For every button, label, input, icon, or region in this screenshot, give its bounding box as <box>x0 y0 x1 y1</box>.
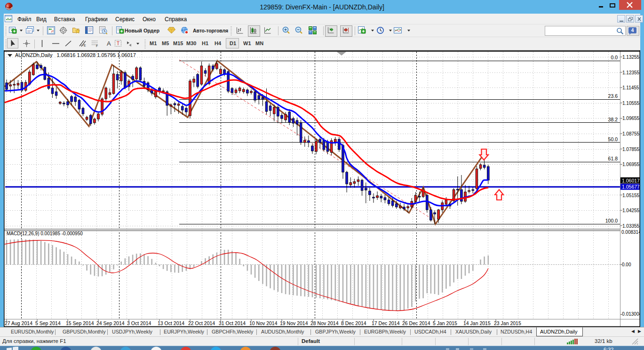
svg-text:-0.013004: -0.013004 <box>620 311 642 317</box>
svg-text:0.00: 0.00 <box>622 262 631 267</box>
svg-text:1.10555: 1.10555 <box>622 101 640 106</box>
svg-text:1.13255: 1.13255 <box>622 55 640 60</box>
svg-text:F: F <box>96 44 98 48</box>
svg-text:1.03355: 1.03355 <box>622 223 640 229</box>
svg-text:0.008314: 0.008314 <box>621 230 641 235</box>
svg-text:5 Sep 2014: 5 Sep 2014 <box>35 320 61 326</box>
svg-text:17 Dec 2014: 17 Dec 2014 <box>372 320 400 326</box>
svg-text:27 Aug 2014: 27 Aug 2014 <box>5 320 32 326</box>
svg-text:28 Nov 2014: 28 Nov 2014 <box>310 320 339 326</box>
svg-text:5 Jan 2015: 5 Jan 2015 <box>433 320 457 326</box>
svg-text:24 Sep 2014: 24 Sep 2014 <box>96 320 125 326</box>
svg-text:31 Oct 2014: 31 Oct 2014 <box>219 320 246 326</box>
svg-text:22 Oct 2014: 22 Oct 2014 <box>188 320 215 326</box>
svg-text:0.0: 0.0 <box>611 55 618 60</box>
svg-text:50.0: 50.0 <box>608 136 618 142</box>
svg-text:1.12355: 1.12355 <box>622 70 640 75</box>
svg-text:1.09655: 1.09655 <box>622 116 640 121</box>
svg-text:1.05155: 1.05155 <box>622 193 640 198</box>
svg-text:1.06955: 1.06955 <box>622 162 640 167</box>
svg-text:T: T <box>117 41 119 46</box>
svg-text:100.0: 100.0 <box>605 218 618 223</box>
svg-text:8 Dec 2014: 8 Dec 2014 <box>341 320 366 326</box>
svg-text:15 Sep 2014: 15 Sep 2014 <box>66 320 94 326</box>
svg-text:AUDNZDh,Daily 1.06816 1.0692: AUDNZDh,Daily 1.06816 1.06928 1.05795 1.… <box>15 52 136 58</box>
svg-text:61.8: 61.8 <box>608 156 618 161</box>
svg-text:23.6: 23.6 <box>608 93 618 99</box>
svg-text:26 Dec 2014: 26 Dec 2014 <box>402 320 430 326</box>
svg-text:1.04255: 1.04255 <box>622 208 640 213</box>
svg-text:23 Jan 2015: 23 Jan 2015 <box>494 320 521 326</box>
svg-text:10 Nov 2014: 10 Nov 2014 <box>249 320 278 326</box>
svg-text:1.11455: 1.11455 <box>622 85 639 90</box>
svg-text:1.07855: 1.07855 <box>622 147 640 152</box>
svg-text:1.05677: 1.05677 <box>622 184 640 190</box>
svg-text:3 Oct 2014: 3 Oct 2014 <box>127 320 151 326</box>
svg-text:14 Jan 2015: 14 Jan 2015 <box>463 320 491 326</box>
svg-text:19 Nov 2014: 19 Nov 2014 <box>280 320 308 326</box>
svg-text:MACD(12,26,9) 0.001985 -0.0009: MACD(12,26,9) 0.001985 -0.000950 <box>7 231 83 236</box>
svg-text:38.2: 38.2 <box>608 117 618 122</box>
svg-text:1.06017: 1.06017 <box>622 178 640 183</box>
svg-text:13 Oct 2014: 13 Oct 2014 <box>158 320 184 326</box>
svg-text:1.08755: 1.08755 <box>622 131 640 136</box>
svg-text:E: E <box>84 44 86 47</box>
